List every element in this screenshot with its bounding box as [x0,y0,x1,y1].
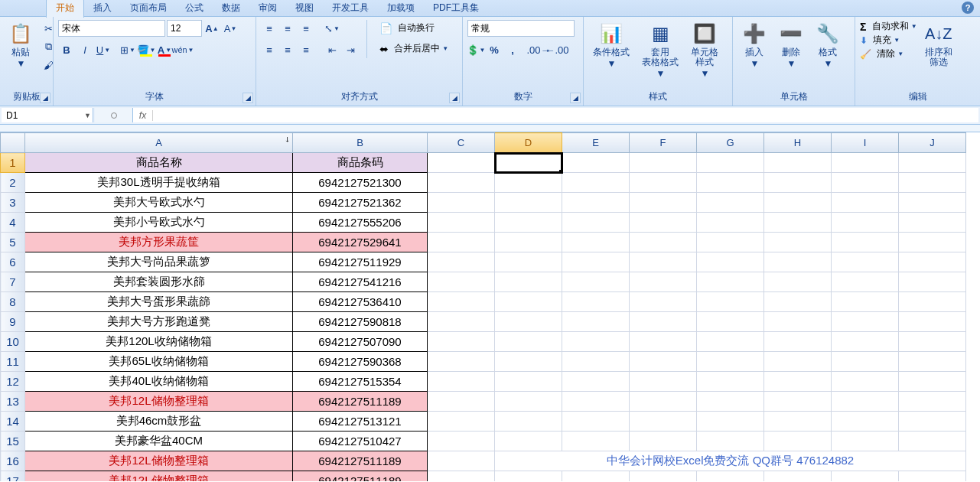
underline-button[interactable]: U▼ [95,41,112,58]
cell[interactable] [697,352,764,372]
cell[interactable] [764,272,832,292]
cell[interactable] [764,213,832,233]
cell[interactable] [428,173,495,193]
font-size-combo[interactable] [167,20,202,37]
cell[interactable] [764,233,832,252]
cell[interactable] [697,233,764,252]
cell[interactable] [630,392,697,412]
cell[interactable] [495,173,562,193]
cell[interactable]: 美邦12L储物整理箱 [25,471,293,482]
cell[interactable] [630,213,697,233]
select-all-corner[interactable] [1,133,25,153]
cell[interactable] [697,312,764,332]
dialog-launcher-icon[interactable]: ◢ [40,93,50,103]
cell[interactable]: 6942127555206 [293,213,428,233]
cell[interactable] [630,272,697,292]
clear-button[interactable]: 🧹 清除▼ [860,47,917,60]
cell[interactable] [899,252,966,272]
cell[interactable]: 美邦大号尚品果蔬箩 [25,252,293,272]
row-header[interactable]: 8 [1,292,25,312]
cell[interactable]: 美邦小号欧式水勺 [25,213,293,233]
cell[interactable] [832,332,899,352]
spreadsheet-grid[interactable]: ABCDEFGHIJ1商品名称商品条码2美邦30L透明手提收纳箱69421275… [0,132,980,481]
cell[interactable]: 美邦方形果蔬筐 [25,233,293,252]
cell[interactable] [899,372,966,392]
cell[interactable] [495,193,562,213]
tab-审阅[interactable]: 审阅 [249,0,286,18]
align-center-button[interactable]: ≡ [279,41,296,58]
cell[interactable]: 6942127510427 [293,432,428,451]
cell[interactable] [697,213,764,233]
grow-font-button[interactable]: A▲ [203,20,220,37]
fill-button[interactable]: ⬇ 填充▼ [860,34,917,47]
cell[interactable] [562,173,630,193]
cell[interactable]: 6942127536410 [293,292,428,312]
cell[interactable]: 6942127590368 [293,352,428,372]
cell[interactable] [832,193,899,213]
cell[interactable] [697,412,764,432]
conditional-format-button[interactable]: 📊条件格式▼ [588,20,634,70]
cell[interactable]: 美邦大号欧式水勺 [25,193,293,213]
autosum-button[interactable]: Σ 自动求和▼ [860,20,917,33]
cell[interactable] [495,432,562,451]
cell[interactable]: 商品条码 [293,153,428,173]
col-header-D[interactable]: D [495,133,562,153]
cell[interactable] [495,471,562,482]
cell[interactable]: 6942127521300 [293,173,428,193]
cell[interactable] [697,432,764,451]
row-header[interactable]: 14 [1,412,25,432]
cell[interactable] [495,233,562,252]
cell[interactable] [832,252,899,272]
cell[interactable] [630,432,697,451]
cell[interactable] [562,412,630,432]
cell[interactable] [562,153,630,173]
cell[interactable] [764,412,832,432]
cell[interactable] [832,412,899,432]
cell[interactable]: 6942127511189 [293,392,428,412]
cell[interactable] [764,332,832,352]
dialog-launcher-icon[interactable]: ◢ [570,93,581,103]
cell[interactable] [697,272,764,292]
cell[interactable] [832,153,899,173]
cell[interactable]: 美邦大号方形跑道凳 [25,312,293,332]
cell[interactable] [428,233,495,252]
help-icon[interactable]: ? [962,2,974,14]
cell[interactable] [630,292,697,312]
cell[interactable] [899,352,966,372]
percent-button[interactable]: % [486,41,503,58]
cell[interactable] [832,292,899,312]
cell[interactable]: 中华会计网校Excel免费交流 QQ群号 476124882 [495,451,966,471]
col-header-G[interactable]: G [697,133,764,153]
align-top-button[interactable]: ≡ [261,20,278,37]
row-header[interactable]: 6 [1,252,25,272]
cell[interactable] [832,392,899,412]
tab-数据[interactable]: 数据 [213,0,249,18]
row-header[interactable]: 17 [1,471,25,482]
cell[interactable]: 6942127511929 [293,252,428,272]
row-header[interactable]: 1 [1,153,25,173]
cell[interactable] [697,292,764,312]
cell[interactable] [562,312,630,332]
cell[interactable] [832,352,899,372]
cell[interactable] [428,153,495,173]
cell[interactable] [562,292,630,312]
cell[interactable] [562,233,630,252]
cell[interactable] [630,412,697,432]
cell[interactable] [428,332,495,352]
cell[interactable] [428,412,495,432]
cell[interactable] [630,252,697,272]
decrease-indent-button[interactable]: ⇤ [324,41,340,58]
cell[interactable] [832,213,899,233]
cell[interactable] [899,272,966,292]
cell[interactable]: 商品名称 [25,153,293,173]
cell[interactable] [832,233,899,252]
row-header[interactable]: 16 [1,451,25,471]
tab-开发工具[interactable]: 开发工具 [323,0,378,18]
row-header[interactable]: 7 [1,272,25,292]
tab-加载项[interactable]: 加载项 [378,0,424,18]
cell[interactable] [630,352,697,372]
col-header-H[interactable]: H [764,133,832,153]
cell[interactable] [899,332,966,352]
cell[interactable] [428,451,495,471]
cell[interactable] [630,372,697,392]
